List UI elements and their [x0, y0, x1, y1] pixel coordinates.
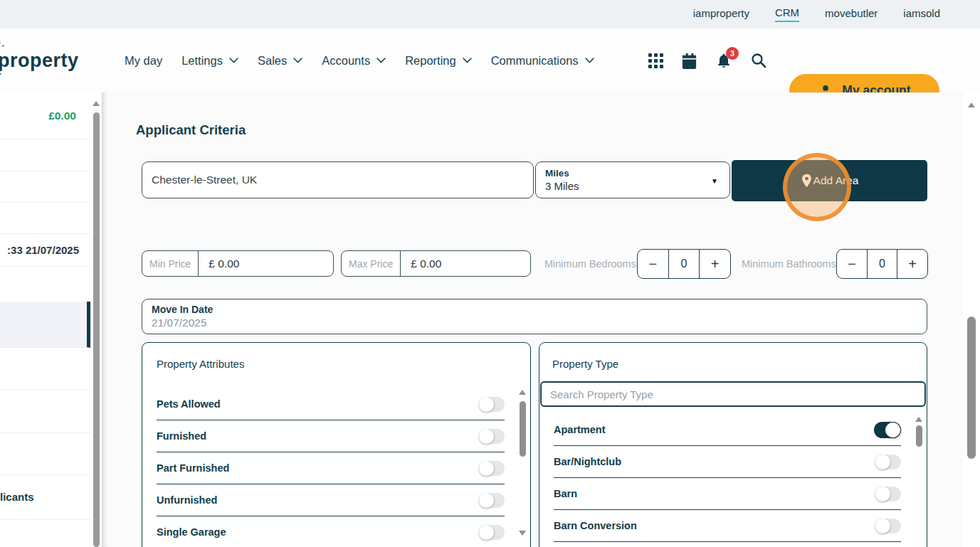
sidebar-scroll-thumb[interactable] — [93, 112, 100, 547]
scroll-up-arrow-icon[interactable] — [915, 417, 922, 422]
sidebar-row[interactable] — [0, 171, 90, 203]
toggle-knob — [875, 487, 890, 501]
min-price-value: £ 0.00 — [199, 251, 333, 276]
sidebar-row[interactable] — [0, 347, 90, 390]
scroll-up-arrow-icon[interactable] — [968, 102, 975, 107]
add-area-button[interactable]: Add Area — [732, 160, 927, 201]
nav-item-accounts[interactable]: Accounts — [322, 54, 386, 68]
min-price-field[interactable]: Min Price £ 0.00 — [142, 250, 334, 277]
sidebar-row[interactable] — [0, 389, 90, 433]
max-price-field[interactable]: Max Price £ 0.00 — [341, 250, 531, 277]
sidebar-applicants-row[interactable]: licants — [0, 474, 90, 520]
radius-select[interactable]: Miles 3 Miles ▼ — [535, 161, 730, 198]
scroll-down-arrow-icon[interactable] — [519, 531, 526, 536]
increment-button[interactable]: + — [700, 250, 730, 278]
sidebar-timestamp-row[interactable]: :33 21/07/2025 — [0, 233, 90, 267]
property-type-label: Barn Conversion — [554, 520, 637, 531]
attribute-label: Part Furnished — [157, 462, 229, 474]
nav-item-my-day[interactable]: My day — [125, 54, 162, 68]
location-input[interactable] — [142, 161, 534, 198]
toggle-knob — [479, 493, 494, 508]
product-link-crm[interactable]: CRM — [775, 6, 799, 22]
property-type-search-input[interactable] — [540, 381, 926, 407]
min-bedrooms-value: 0 — [668, 250, 700, 278]
scroll-up-arrow-icon[interactable] — [519, 390, 526, 395]
decrement-button[interactable]: − — [837, 250, 867, 278]
min-bathrooms-label: Minimum Bathrooms — [742, 250, 836, 277]
calendar-icon[interactable] — [681, 53, 697, 69]
sidebar-row[interactable] — [0, 202, 90, 234]
property-type-scrollbar[interactable] — [914, 417, 924, 547]
sidebar-active-row[interactable] — [0, 302, 90, 348]
map-pin-icon — [801, 174, 813, 188]
nav-item-label: Communications — [491, 54, 579, 68]
toggle-switch[interactable] — [479, 525, 505, 540]
property-type-row-apartment: Apartment — [554, 414, 901, 446]
property-type-title: Property Type — [552, 358, 618, 370]
nav-item-label: Accounts — [322, 54, 370, 68]
applicants-label: licants — [0, 491, 34, 503]
toggle-knob — [479, 461, 494, 476]
search-icon[interactable] — [750, 52, 767, 69]
crm-screen: iamproperty CRM movebutler iamsold ··· p… — [0, 0, 980, 547]
toggle-knob — [479, 525, 494, 540]
notifications-bell-icon[interactable]: 3 — [715, 52, 732, 69]
attributes-scroll-thumb[interactable] — [520, 401, 526, 457]
sidebar-row[interactable] — [0, 266, 90, 302]
toggle-knob — [479, 429, 494, 444]
product-link-movebutler[interactable]: movebutler — [825, 7, 878, 21]
toggle-switch[interactable] — [875, 455, 901, 469]
sidebar-scrollbar[interactable] — [91, 92, 102, 547]
toggle-switch[interactable] — [479, 461, 505, 476]
product-link-iamsold[interactable]: iamsold — [903, 7, 940, 21]
attributes-scrollbar[interactable] — [517, 390, 527, 541]
toggle-knob — [479, 397, 494, 412]
property-type-label: Bar/Nightclub — [554, 456, 621, 467]
toggle-switch[interactable] — [479, 429, 505, 444]
attribute-label: Furnished — [157, 430, 206, 442]
sidebar-balance-row[interactable]: £0.00 — [0, 92, 90, 139]
nav-item-label: My day — [125, 54, 162, 68]
max-price-label: Max Price — [342, 251, 401, 276]
toggle-switch[interactable] — [874, 422, 901, 438]
property-type-list: Apartment Bar/Nightclub Barn Barn Conver… — [554, 414, 901, 542]
sidebar-row[interactable] — [0, 139, 90, 171]
scroll-up-arrow-icon[interactable] — [93, 101, 100, 106]
toggle-switch[interactable] — [875, 519, 901, 533]
page-title: Applicant Criteria — [136, 122, 246, 138]
page-scrollbar[interactable] — [963, 92, 980, 547]
attribute-row-unfurnished: Unfurnished — [157, 484, 505, 516]
applicant-criteria-panel: Applicant Criteria Miles 3 Miles ▼ Add A… — [102, 92, 963, 547]
property-type-scroll-thumb[interactable] — [916, 425, 922, 447]
property-attributes-panel: Property Attributes Pets Allowed Furnish… — [142, 342, 531, 547]
property-type-panel: Property Type Apartment Bar/Nightclub Ba… — [539, 342, 927, 547]
page-scroll-thumb[interactable] — [967, 317, 976, 459]
toggle-switch[interactable] — [479, 493, 505, 508]
max-price-value: £ 0.00 — [401, 251, 530, 276]
chevron-down-icon — [293, 58, 302, 63]
nav-item-label: Lettings — [181, 54, 223, 68]
brand-logo[interactable]: ··· property ··· — [0, 50, 79, 72]
nav-item-communications[interactable]: Communications — [491, 54, 594, 68]
attribute-row-single-garage: Single Garage — [157, 516, 505, 547]
sidebar-row[interactable] — [0, 519, 90, 547]
radius-label: Miles — [545, 168, 729, 179]
chevron-down-icon — [229, 58, 238, 63]
product-link-iamproperty[interactable]: iamproperty — [693, 7, 749, 21]
main-navbar: ··· property ··· My day Lettings Sales A… — [0, 28, 980, 92]
attribute-label: Unfurnished — [157, 494, 217, 506]
record-sidebar: £0.00 :33 21/07/2025 licants — [0, 92, 102, 547]
move-in-date-field[interactable]: Move In Date 21/07/2025 — [142, 299, 927, 334]
nav-item-lettings[interactable]: Lettings — [181, 54, 238, 68]
decrement-button[interactable]: − — [638, 250, 668, 278]
min-bedrooms-stepper: − 0 + — [637, 249, 731, 279]
toggle-switch[interactable] — [875, 487, 901, 501]
toggle-switch[interactable] — [479, 397, 505, 412]
move-in-date-value: 21/07/2025 — [152, 317, 927, 329]
nav-item-reporting[interactable]: Reporting — [405, 54, 472, 68]
increment-button[interactable]: + — [897, 250, 927, 278]
apps-grid-icon[interactable] — [648, 53, 663, 68]
nav-item-sales[interactable]: Sales — [258, 54, 302, 68]
min-bathrooms-value: 0 — [867, 250, 898, 278]
sidebar-row[interactable] — [0, 432, 90, 475]
